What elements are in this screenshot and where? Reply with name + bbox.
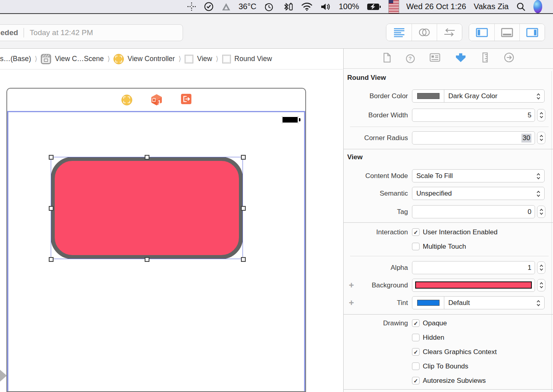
overflow-dots-icon[interactable]: ⋮ bbox=[550, 0, 552, 13]
siri-icon[interactable] bbox=[533, 0, 542, 13]
drive-icon[interactable] bbox=[221, 0, 231, 13]
tag-label: Tag bbox=[344, 205, 408, 218]
round-view-shape[interactable] bbox=[51, 157, 243, 259]
time-machine-icon[interactable] bbox=[264, 0, 274, 13]
tint-row: + Tint Default bbox=[344, 296, 553, 309]
semantic-dropdown[interactable]: Unspecified bbox=[412, 187, 545, 200]
tag-row: Tag 0 bbox=[344, 205, 553, 218]
battery-charging-icon[interactable] bbox=[367, 0, 381, 13]
hidden-checkbox[interactable] bbox=[412, 334, 420, 341]
first-responder-icon[interactable]: 1 bbox=[151, 94, 163, 106]
wifi-icon[interactable] bbox=[301, 0, 313, 13]
breadcrumb-label: View C…Scene bbox=[55, 55, 103, 63]
alpha-row: Alpha 1 bbox=[344, 261, 553, 274]
debug-area-toggle-button[interactable] bbox=[494, 24, 519, 41]
opaque-checkbox[interactable]: ✓ bbox=[412, 319, 420, 327]
border-color-value: Dark Gray Color bbox=[444, 90, 544, 102]
exit-segue-icon[interactable] bbox=[181, 94, 191, 106]
multiple-touch-checkbox[interactable] bbox=[412, 243, 420, 250]
ruler-icon bbox=[481, 52, 489, 63]
volume-icon[interactable] bbox=[320, 0, 331, 13]
initial-view-controller-arrow[interactable] bbox=[0, 367, 7, 384]
round-view-element[interactable] bbox=[51, 157, 243, 259]
temperature-item[interactable]: 36°C bbox=[239, 0, 257, 13]
clip-to-bounds-checkbox[interactable] bbox=[412, 362, 420, 370]
resize-handle-top-right[interactable] bbox=[241, 155, 246, 160]
user-menu-item[interactable]: Vakas Zia bbox=[474, 0, 509, 13]
breadcrumb-view-controller[interactable]: View Controller bbox=[113, 54, 175, 64]
border-width-field[interactable]: 5 bbox=[412, 109, 535, 122]
breadcrumb-storyboard[interactable]: s…(Base) bbox=[0, 55, 31, 63]
user-interaction-enabled-checkbox[interactable]: ✓ bbox=[412, 228, 420, 236]
alpha-field[interactable]: 1 bbox=[412, 261, 535, 274]
breadcrumb-round-view[interactable]: Round View bbox=[222, 55, 272, 63]
us-flag-icon[interactable] bbox=[389, 0, 399, 13]
autoresize-subviews-checkbox[interactable]: ✓ bbox=[412, 377, 420, 384]
corner-radius-row: Corner Radius 30 bbox=[344, 131, 553, 145]
content-mode-dropdown[interactable]: Scale To Fill bbox=[412, 169, 545, 182]
view-controller-icon bbox=[113, 54, 124, 64]
attributes-inspector-tab[interactable] bbox=[455, 52, 466, 65]
corner-radius-label: Corner Radius bbox=[344, 131, 408, 145]
resize-handle-middle-right[interactable] bbox=[241, 206, 246, 211]
breadcrumb-view[interactable]: View bbox=[185, 55, 212, 63]
tag-field[interactable]: 0 bbox=[412, 205, 535, 218]
resize-handle-bottom-right[interactable] bbox=[241, 257, 246, 262]
dropdown-chevrons-icon bbox=[536, 190, 541, 198]
border-color-well[interactable]: Dark Gray Color bbox=[412, 89, 545, 103]
border-width-stepper[interactable] bbox=[537, 109, 545, 121]
resize-handle-bottom-center[interactable] bbox=[145, 257, 149, 262]
clears-graphics-context-checkbox[interactable]: ✓ bbox=[412, 348, 420, 356]
user-interaction-enabled-label: User Interaction Enabled bbox=[423, 227, 497, 238]
resize-handle-top-center[interactable] bbox=[145, 155, 149, 160]
battery-percent-item[interactable]: 100% bbox=[339, 0, 359, 13]
connections-arrow-icon bbox=[504, 52, 514, 63]
color-swatch-cell[interactable] bbox=[412, 90, 444, 102]
breadcrumb-scene[interactable]: View C…Scene bbox=[41, 54, 103, 64]
check-badge-icon[interactable] bbox=[204, 0, 214, 13]
resize-handle-top-left[interactable] bbox=[49, 155, 54, 160]
content-mode-row: Content Mode Scale To Fill bbox=[344, 169, 553, 182]
corner-radius-field[interactable]: 30 bbox=[412, 131, 535, 145]
view-icon bbox=[185, 55, 193, 63]
interaction-row-1: Interaction ✓ User Interaction Enabled bbox=[344, 227, 553, 238]
inspector-panel-icon bbox=[526, 28, 538, 37]
spotlight-search-icon[interactable] bbox=[516, 0, 526, 13]
corner-radius-stepper[interactable] bbox=[537, 132, 545, 144]
quick-help-inspector-tab[interactable]: ? bbox=[406, 54, 415, 63]
version-editor-button[interactable] bbox=[437, 24, 462, 41]
stepper-icon bbox=[539, 111, 544, 119]
inspector-toggle-button[interactable] bbox=[519, 24, 545, 41]
view-controller-dock-icon[interactable] bbox=[121, 95, 132, 105]
resize-handle-bottom-left[interactable] bbox=[49, 257, 54, 262]
size-inspector-tab[interactable] bbox=[481, 52, 489, 65]
standard-editor-button[interactable] bbox=[386, 24, 412, 41]
semantic-row: Semantic Unspecified bbox=[344, 187, 553, 200]
file-inspector-tab[interactable] bbox=[383, 53, 391, 65]
alpha-label: Alpha bbox=[344, 261, 408, 274]
color-swatch-cell[interactable] bbox=[412, 297, 444, 309]
identity-inspector-tab[interactable] bbox=[430, 53, 440, 64]
resize-handle-middle-left[interactable] bbox=[49, 206, 54, 211]
navigator-toggle-button[interactable] bbox=[469, 24, 494, 41]
bluetooth-battery-icon[interactable] bbox=[281, 0, 293, 13]
build-status-text: eded bbox=[0, 28, 18, 37]
alpha-stepper[interactable] bbox=[537, 261, 545, 274]
background-color-well[interactable] bbox=[412, 279, 535, 292]
crosshair-icon[interactable] bbox=[187, 0, 196, 13]
connections-inspector-tab[interactable] bbox=[504, 52, 514, 65]
semantic-value: Unspecified bbox=[416, 190, 452, 198]
jump-bar: s…(Base) ⟩ View C…Scene ⟩ View Controlle… bbox=[0, 49, 343, 69]
corner-radius-value: 30 bbox=[521, 134, 531, 143]
breadcrumb-label: View Controller bbox=[127, 55, 175, 63]
tag-stepper[interactable] bbox=[537, 206, 545, 218]
tint-color-well[interactable]: Default bbox=[412, 296, 545, 309]
clears-graphics-context-label: Clears Graphics Context bbox=[423, 346, 497, 358]
content-mode-value: Scale To Fill bbox=[416, 172, 453, 180]
tint-label: Tint bbox=[344, 296, 408, 309]
navigator-panel-icon bbox=[476, 28, 488, 37]
alpha-value: 1 bbox=[528, 264, 531, 272]
datetime-item[interactable]: Wed 26 Oct 1:26 bbox=[406, 0, 466, 13]
background-stepper[interactable] bbox=[537, 279, 545, 291]
assistant-editor-button[interactable] bbox=[412, 24, 437, 41]
